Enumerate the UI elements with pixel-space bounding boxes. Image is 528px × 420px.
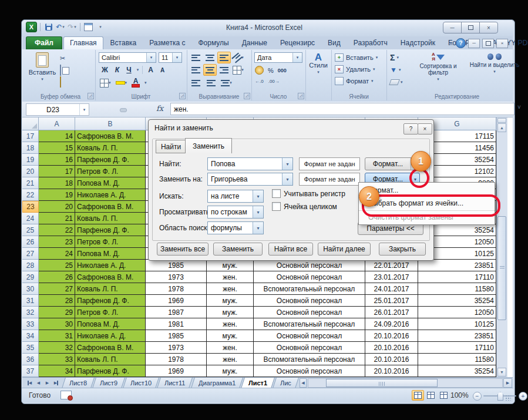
- workbook-minimize-button[interactable]: ─: [468, 39, 480, 48]
- chevron-down-icon[interactable]: ▾: [172, 53, 181, 62]
- insert-function-button[interactable]: fx: [156, 104, 163, 113]
- cell-G35[interactable]: 17110: [418, 342, 496, 354]
- cell-A31[interactable]: 28: [39, 295, 75, 307]
- cell-C35[interactable]: 1973: [146, 342, 207, 354]
- excel-logo-icon[interactable]: X: [26, 22, 37, 32]
- cut-button[interactable]: ✂: [60, 53, 65, 63]
- align-bottom-button[interactable]: [217, 52, 231, 63]
- delete-cells-button[interactable]: × Удалить▾: [335, 65, 375, 73]
- row-header-21[interactable]: 21: [22, 177, 39, 189]
- formula-input[interactable]: жен.: [170, 103, 514, 115]
- cell-A23[interactable]: 20: [39, 201, 75, 213]
- cell-D35[interactable]: жен.: [207, 342, 254, 354]
- cell-G30[interactable]: 11580: [418, 283, 496, 295]
- cell-A25[interactable]: 22: [39, 224, 75, 236]
- cell-B33[interactable]: Попова М. Д.: [75, 318, 146, 330]
- merge-center-button[interactable]: ▾: [231, 64, 245, 76]
- borders-button[interactable]: ▾: [100, 79, 111, 88]
- row-header-20[interactable]: 20: [22, 166, 39, 177]
- tab-find[interactable]: Найти: [156, 140, 186, 153]
- font-name-combo[interactable]: Calibri ▾: [99, 52, 156, 63]
- sheet-tab-7[interactable]: Лис: [273, 378, 299, 388]
- cell-C33[interactable]: 1981: [146, 318, 207, 330]
- close-dialog-button[interactable]: Закрыть: [379, 243, 426, 256]
- macro-record-icon[interactable]: [60, 391, 72, 399]
- grow-font-button[interactable]: А: [146, 66, 155, 74]
- number-format-combo[interactable]: Дата ▾: [254, 52, 302, 63]
- cell-F32[interactable]: 26.01.2017: [365, 307, 418, 318]
- cell-A30[interactable]: 27: [39, 283, 75, 295]
- increase-decimal-button[interactable]: ←.0: [255, 79, 264, 84]
- clear-button[interactable]: ▾: [390, 79, 403, 85]
- find-all-button[interactable]: Найти все: [268, 243, 313, 256]
- row-header-26[interactable]: 26: [22, 236, 39, 248]
- cell-B20[interactable]: Петров Ф. Л.: [75, 166, 146, 177]
- cell-B31[interactable]: Парфенов Д. Ф.: [75, 295, 146, 307]
- accounting-format-icon[interactable]: [255, 66, 264, 75]
- cell-B24[interactable]: Коваль Л. П.: [75, 213, 146, 224]
- within-select[interactable]: на листе ▾: [207, 190, 264, 203]
- cell-G31[interactable]: 35254: [418, 295, 496, 307]
- cell-B23[interactable]: Сафронова В. М.: [75, 201, 146, 213]
- cell-F31[interactable]: 25.01.2017: [365, 295, 418, 307]
- ribbon-tab-6[interactable]: Рецензирс: [274, 37, 321, 49]
- row-header-27[interactable]: 27: [22, 248, 39, 260]
- scrollbar-thumb[interactable]: [497, 216, 506, 320]
- row-header-32[interactable]: 32: [22, 307, 39, 318]
- vertical-scrollbar[interactable]: ▲ ▼: [496, 117, 507, 377]
- format-painter-button[interactable]: [60, 77, 61, 88]
- cell-D30[interactable]: жен.: [207, 283, 254, 295]
- zoom-out-button[interactable]: −: [473, 392, 482, 401]
- split-handle[interactable]: [497, 118, 506, 123]
- cell-F29[interactable]: 23.01.2017: [365, 271, 418, 283]
- chevron-down-icon[interactable]: ▾: [292, 53, 302, 62]
- ribbon-tab-2[interactable]: Вставка: [105, 37, 143, 49]
- cell-D36[interactable]: жен.: [207, 354, 254, 365]
- underline-button[interactable]: Ч: [125, 66, 133, 74]
- row-header-34[interactable]: 34: [22, 330, 39, 342]
- orientation-button[interactable]: ▾: [231, 52, 245, 63]
- row-header-23[interactable]: 23: [22, 201, 39, 213]
- cell-A28[interactable]: 25: [39, 260, 75, 271]
- decrease-decimal-button[interactable]: .00→: [268, 79, 280, 84]
- replace-all-button[interactable]: Заменить все: [157, 243, 208, 256]
- cell-A32[interactable]: 29: [39, 307, 75, 318]
- row-header-35[interactable]: 35: [22, 342, 39, 354]
- find-select-button[interactable]: Найти и выделить ▾: [469, 52, 520, 74]
- search-select[interactable]: по строкам ▾: [207, 206, 264, 219]
- match-entire-checkbox[interactable]: Ячейка целиком: [272, 202, 337, 211]
- cell-B35[interactable]: Сафронова В. М.: [75, 342, 146, 354]
- column-header-A[interactable]: A: [39, 117, 75, 130]
- cell-A22[interactable]: 19: [39, 189, 75, 201]
- cell-B36[interactable]: Коваль Л. П.: [75, 354, 146, 365]
- copy-button[interactable]: [60, 65, 61, 76]
- dialog-help-button[interactable]: ?: [403, 123, 418, 135]
- cell-E31[interactable]: Основной персонал: [254, 295, 365, 307]
- collapse-ribbon-icon[interactable]: ∧: [449, 41, 453, 46]
- paste-button[interactable]: Вставить ▾: [29, 52, 55, 82]
- styles-button[interactable]: А Стили ▾: [307, 55, 330, 75]
- help-button[interactable]: ?: [456, 38, 466, 48]
- align-top-button[interactable]: [189, 52, 203, 63]
- cell-D28[interactable]: муж.: [207, 260, 254, 271]
- bold-button[interactable]: Ж: [100, 66, 110, 74]
- cell-A24[interactable]: 21: [39, 213, 75, 224]
- cell-F28[interactable]: 22.01.2017: [365, 260, 418, 271]
- scrollbar-thumb[interactable]: [326, 379, 438, 387]
- cell-G36[interactable]: 11580: [418, 354, 496, 365]
- name-box[interactable]: D23 ▾: [26, 103, 89, 116]
- align-middle-button[interactable]: [203, 52, 217, 63]
- cell-B29[interactable]: Сафронова В. М.: [75, 271, 146, 283]
- cell-B25[interactable]: Парфенов Д. Ф.: [75, 224, 146, 236]
- autosum-button[interactable]: Σ▾: [390, 53, 399, 62]
- cell-F34[interactable]: 20.10.2016: [365, 330, 418, 342]
- resize-grip[interactable]: [505, 395, 511, 401]
- select-all-corner[interactable]: [22, 117, 39, 130]
- fill-button[interactable]: ▼▾: [390, 66, 401, 74]
- last-sheet-button[interactable]: ▶: [52, 379, 60, 387]
- cell-G29[interactable]: 17110: [418, 271, 496, 283]
- fill-color-button[interactable]: ▾: [116, 80, 127, 85]
- cell-A34[interactable]: 31: [39, 330, 75, 342]
- row-header-25[interactable]: 25: [22, 224, 39, 236]
- scroll-down-button[interactable]: ▼: [497, 368, 506, 377]
